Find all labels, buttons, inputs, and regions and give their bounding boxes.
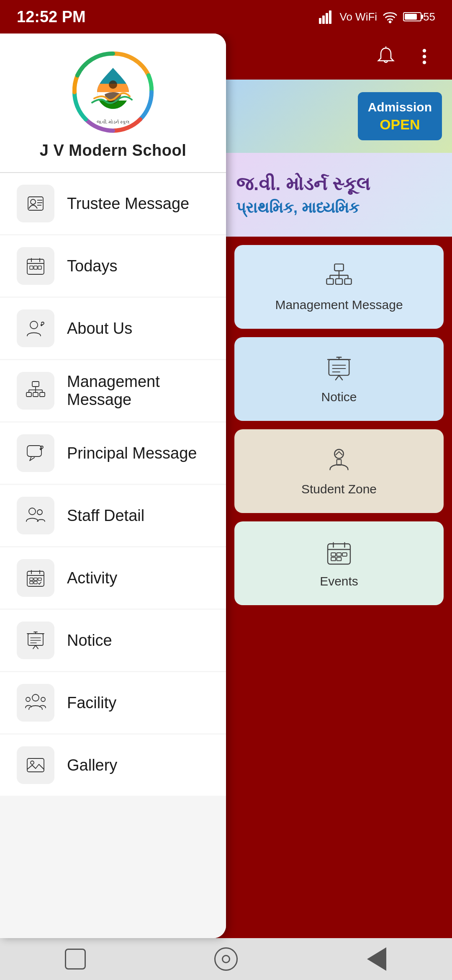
network-label: Vo WiFi [340, 10, 378, 23]
menu-item-facility[interactable]: Facility [0, 672, 226, 733]
gujarati-text-1: જ.વી. મોડર્ન સ્કૂલ [236, 173, 442, 195]
school-name: J V Modern School [40, 142, 187, 160]
gujarati-text-2: પ્રાથમિક, માધ્યમિક [236, 199, 442, 217]
chat-bubble-icon [25, 442, 46, 464]
menu-item-about-us[interactable]: About Us [0, 298, 226, 359]
menu-label-about-us: About Us [67, 320, 132, 338]
svg-point-63 [423, 55, 426, 58]
circle-inner-icon [222, 955, 230, 963]
principal-icon-box [17, 434, 54, 472]
menu-item-activity[interactable]: Activity [0, 547, 226, 609]
events-card[interactable]: Events [234, 521, 444, 605]
recents-nav-button[interactable] [362, 944, 391, 974]
svg-point-9 [109, 80, 117, 89]
org-chart-icon [25, 380, 46, 402]
svg-rect-73 [344, 279, 351, 284]
right-panel: Admission OPEN જ.વી. મોડર્ન સ્કૂલ પ્રાથમ… [226, 34, 452, 938]
menu-list: Trustee Message Todays [0, 173, 226, 938]
menu-label-staff-detail: Staff Detail [67, 507, 144, 525]
menu-item-todays[interactable]: Todays [0, 235, 226, 297]
menu-item-management-message[interactable]: Management Message [0, 360, 226, 421]
svg-rect-89 [331, 553, 336, 556]
square-icon [65, 949, 86, 970]
notice-card[interactable]: Notice [234, 337, 444, 421]
status-icons: Vo WiFi 55 [319, 10, 436, 24]
svg-point-57 [26, 697, 30, 701]
svg-rect-90 [337, 553, 342, 556]
home-nav-button[interactable] [61, 944, 90, 974]
svg-rect-22 [38, 266, 41, 269]
menu-item-notice[interactable]: Notice [0, 610, 226, 671]
menu-label-gallery: Gallery [67, 756, 117, 774]
svg-rect-72 [336, 279, 342, 284]
status-time: 12:52 PM [17, 8, 86, 26]
org-chart-card-icon [324, 262, 354, 291]
notification-icon[interactable] [375, 46, 397, 67]
svg-rect-1 [322, 15, 325, 24]
svg-rect-44 [38, 578, 41, 580]
svg-rect-45 [30, 581, 33, 584]
svg-rect-32 [33, 392, 38, 397]
student-zone-card[interactable]: Student Zone [234, 429, 444, 513]
svg-rect-42 [30, 578, 33, 580]
school-logo: જ.વી. મોડર્ન સ્કૂલ [71, 50, 155, 134]
main-container: જ.વી. મોડર્ન સ્કૂલ J V Modern School [0, 34, 452, 938]
svg-rect-33 [40, 392, 45, 397]
menu-item-staff-detail[interactable]: Staff Detail [0, 485, 226, 546]
image-frame-icon [25, 754, 46, 776]
svg-line-78 [336, 375, 339, 380]
board-presentation-icon [25, 629, 46, 651]
svg-rect-93 [337, 557, 342, 561]
svg-rect-31 [26, 392, 31, 397]
svg-rect-11 [28, 197, 43, 210]
notice-icon-box [17, 622, 54, 659]
svg-rect-3 [329, 10, 331, 24]
group-people-2-icon [25, 692, 46, 714]
svg-rect-74 [329, 360, 349, 376]
staff-icon-box [17, 497, 54, 534]
svg-point-64 [423, 61, 426, 64]
about-us-icon-box [17, 309, 54, 347]
svg-rect-59 [27, 758, 44, 772]
drawer-menu: જ.વી. મોડર્ન સ્કૂલ J V Modern School [0, 34, 226, 938]
svg-rect-92 [331, 557, 336, 561]
svg-rect-0 [319, 18, 321, 24]
menu-label-activity: Activity [67, 569, 117, 587]
calendar-check-icon [25, 567, 46, 589]
student-zone-card-label: Student Zone [301, 482, 377, 496]
management-message-card[interactable]: Management Message [234, 245, 444, 329]
svg-line-79 [339, 375, 342, 380]
svg-rect-43 [34, 578, 37, 580]
svg-point-23 [30, 321, 38, 329]
back-nav-button[interactable] [211, 944, 241, 974]
menu-item-gallery[interactable]: Gallery [0, 735, 226, 796]
nav-bar [0, 938, 452, 980]
admission-banner: Admission OPEN [226, 80, 452, 153]
triangle-icon [367, 947, 386, 971]
svg-point-83 [334, 449, 344, 459]
svg-rect-20 [30, 266, 33, 269]
wifi-icon [382, 10, 398, 24]
events-card-label: Events [320, 574, 358, 588]
events-card-icon [324, 538, 354, 567]
student-card-icon [324, 446, 354, 475]
svg-rect-91 [342, 553, 347, 556]
menu-item-trustee-message[interactable]: Trustee Message [0, 173, 226, 234]
svg-rect-65 [334, 264, 344, 271]
circle-icon [214, 947, 238, 971]
svg-line-52 [36, 645, 38, 649]
right-cards-grid: Management Message Notice [226, 237, 452, 614]
svg-point-56 [32, 694, 39, 701]
management-message-card-label: Management Message [275, 298, 403, 312]
more-options-icon[interactable] [413, 46, 435, 67]
menu-label-notice: Notice [67, 632, 112, 650]
svg-rect-2 [326, 13, 328, 24]
signal-icon [319, 10, 335, 24]
gallery-icon-box [17, 746, 54, 784]
person-question-icon [25, 317, 46, 339]
facility-icon-box [17, 684, 54, 722]
menu-item-principal-message[interactable]: Principal Message [0, 423, 226, 484]
svg-rect-46 [34, 581, 37, 584]
svg-rect-25 [32, 382, 39, 387]
notice-card-label: Notice [321, 390, 357, 404]
